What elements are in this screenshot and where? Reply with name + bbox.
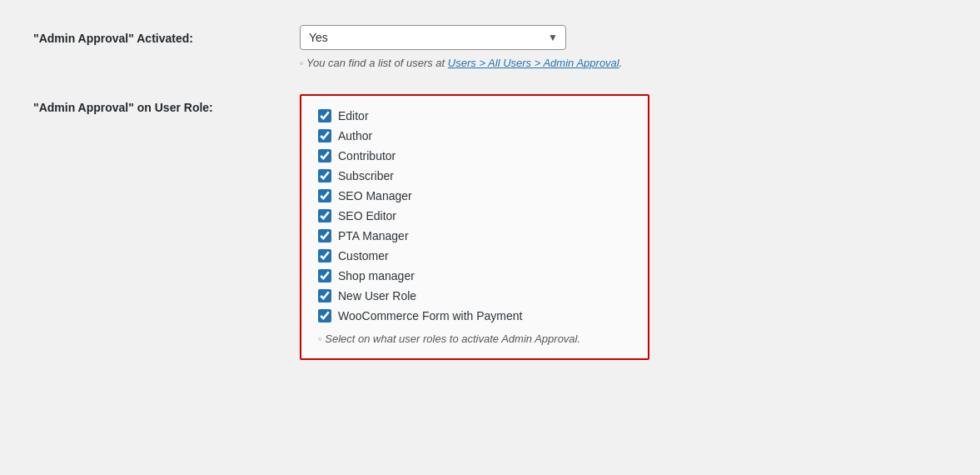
- list-item: WooCommerce Form with Payment: [318, 309, 631, 322]
- role-label-pta_manager: PTA Manager: [338, 229, 409, 242]
- admin-approval-activated-control: Yes No ▼ You can find a list of users at…: [300, 25, 947, 69]
- roles-hint: Select on what user roles to activate Ad…: [318, 332, 631, 345]
- list-item: SEO Editor: [318, 209, 631, 222]
- yes-no-select-wrapper: Yes No ▼: [300, 25, 566, 50]
- role-checkbox-pta_manager[interactable]: [318, 229, 331, 242]
- role-label-contributor: Contributor: [338, 149, 395, 162]
- list-item: Customer: [318, 249, 631, 262]
- list-item: New User Role: [318, 289, 631, 302]
- role-checkbox-new_user_role[interactable]: [318, 289, 331, 302]
- yes-no-select[interactable]: Yes No: [300, 25, 566, 50]
- role-checkbox-contributor[interactable]: [318, 149, 331, 162]
- role-checkbox-author[interactable]: [318, 129, 331, 142]
- role-checkbox-editor[interactable]: [318, 109, 331, 122]
- list-item: PTA Manager: [318, 229, 631, 242]
- hint-suffix: .: [619, 57, 623, 69]
- role-label-woocommerce_form: WooCommerce Form with Payment: [338, 309, 522, 322]
- role-label-seo_manager: SEO Manager: [338, 189, 412, 202]
- admin-approval-roles-label: "Admin Approval" on User Role:: [33, 94, 300, 114]
- role-checkbox-seo_manager[interactable]: [318, 189, 331, 202]
- list-item: Author: [318, 129, 631, 142]
- admin-approval-roles-control: EditorAuthorContributorSubscriberSEO Man…: [300, 94, 947, 360]
- list-item: Editor: [318, 109, 631, 122]
- admin-approval-activated-label: "Admin Approval" Activated:: [33, 25, 300, 45]
- list-item: Shop manager: [318, 269, 631, 282]
- admin-approval-activated-row: "Admin Approval" Activated: Yes No ▼ You…: [33, 25, 947, 69]
- list-item: Subscriber: [318, 169, 631, 182]
- role-label-customer: Customer: [338, 249, 389, 262]
- list-item: SEO Manager: [318, 189, 631, 202]
- role-label-editor: Editor: [338, 109, 369, 122]
- role-label-new_user_role: New User Role: [338, 289, 416, 302]
- users-hint-text: You can find a list of users at Users > …: [300, 57, 947, 69]
- hint-prefix: You can find a list of users at: [306, 57, 448, 69]
- role-label-seo_editor: SEO Editor: [338, 209, 396, 222]
- roles-checkbox-container: EditorAuthorContributorSubscriberSEO Man…: [300, 94, 649, 360]
- admin-approval-roles-row: "Admin Approval" on User Role: EditorAut…: [33, 94, 947, 360]
- role-label-shop_manager: Shop manager: [338, 269, 415, 282]
- role-checkbox-seo_editor[interactable]: [318, 209, 331, 222]
- role-label-author: Author: [338, 129, 372, 142]
- role-checkbox-customer[interactable]: [318, 249, 331, 262]
- list-item: Contributor: [318, 149, 631, 162]
- role-checkbox-woocommerce_form[interactable]: [318, 309, 331, 322]
- users-link[interactable]: Users > All Users > Admin Approval: [448, 57, 619, 69]
- role-checkbox-subscriber[interactable]: [318, 169, 331, 182]
- role-checkbox-shop_manager[interactable]: [318, 269, 331, 282]
- role-label-subscriber: Subscriber: [338, 169, 394, 182]
